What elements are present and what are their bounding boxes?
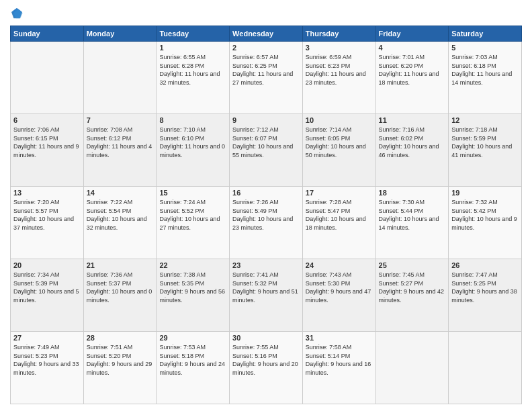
page: SundayMondayTuesdayWednesdayThursdayFrid… bbox=[0, 0, 532, 411]
calendar-week-row: 1 Sunrise: 6:55 AMSunset: 6:28 PMDayligh… bbox=[11, 42, 522, 114]
day-detail: Sunrise: 6:55 AMSunset: 6:28 PMDaylight:… bbox=[159, 54, 220, 86]
calendar-cell: 4 Sunrise: 7:01 AMSunset: 6:20 PMDayligh… bbox=[375, 42, 449, 114]
calendar-cell: 10 Sunrise: 7:14 AMSunset: 6:05 PMDaylig… bbox=[302, 114, 375, 187]
calendar-table: SundayMondayTuesdayWednesdayThursdayFrid… bbox=[10, 26, 522, 404]
calendar-cell bbox=[375, 332, 449, 404]
day-detail: Sunrise: 6:59 AMSunset: 6:23 PMDaylight:… bbox=[306, 54, 366, 86]
calendar-cell: 25 Sunrise: 7:45 AMSunset: 5:27 PMDaylig… bbox=[375, 259, 449, 332]
calendar-cell: 8 Sunrise: 7:10 AMSunset: 6:10 PMDayligh… bbox=[157, 114, 230, 187]
calendar-cell: 1 Sunrise: 6:55 AMSunset: 6:28 PMDayligh… bbox=[157, 42, 230, 114]
day-detail: Sunrise: 7:47 AMSunset: 5:25 PMDaylight:… bbox=[451, 271, 517, 304]
day-number: 21 bbox=[87, 261, 154, 269]
header bbox=[10, 7, 522, 20]
calendar-cell: 14 Sunrise: 7:22 AMSunset: 5:54 PMDaylig… bbox=[83, 187, 157, 259]
day-number: 3 bbox=[306, 44, 373, 52]
calendar-cell: 12 Sunrise: 7:18 AMSunset: 5:59 PMDaylig… bbox=[449, 114, 522, 187]
weekday-header: Thursday bbox=[302, 26, 375, 42]
day-detail: Sunrise: 7:12 AMSunset: 6:07 PMDaylight:… bbox=[232, 126, 293, 158]
day-detail: Sunrise: 7:38 AMSunset: 5:35 PMDaylight:… bbox=[159, 271, 225, 304]
calendar-cell bbox=[83, 42, 157, 114]
day-number: 4 bbox=[379, 44, 446, 52]
day-number: 11 bbox=[379, 116, 446, 124]
day-number: 15 bbox=[159, 189, 226, 197]
calendar-week-row: 20 Sunrise: 7:34 AMSunset: 5:39 PMDaylig… bbox=[11, 259, 522, 332]
day-number: 2 bbox=[232, 44, 300, 52]
weekday-header: Friday bbox=[375, 26, 449, 42]
day-detail: Sunrise: 7:34 AMSunset: 5:39 PMDaylight:… bbox=[13, 271, 79, 304]
weekday-header: Wednesday bbox=[230, 26, 303, 42]
day-detail: Sunrise: 7:06 AMSunset: 6:15 PMDaylight:… bbox=[13, 126, 79, 158]
day-number: 25 bbox=[379, 261, 446, 269]
day-detail: Sunrise: 7:16 AMSunset: 6:02 PMDaylight:… bbox=[379, 126, 439, 158]
day-number: 8 bbox=[159, 116, 226, 124]
calendar-cell: 30 Sunrise: 7:55 AMSunset: 5:16 PMDaylig… bbox=[230, 332, 303, 404]
weekday-header: Sunday bbox=[11, 26, 84, 42]
day-number: 30 bbox=[232, 334, 300, 342]
day-detail: Sunrise: 7:28 AMSunset: 5:47 PMDaylight:… bbox=[306, 199, 366, 231]
day-detail: Sunrise: 7:30 AMSunset: 5:44 PMDaylight:… bbox=[379, 199, 439, 231]
calendar-cell: 15 Sunrise: 7:24 AMSunset: 5:52 PMDaylig… bbox=[157, 187, 230, 259]
day-number: 16 bbox=[232, 189, 300, 197]
day-detail: Sunrise: 7:14 AMSunset: 6:05 PMDaylight:… bbox=[306, 126, 366, 158]
calendar-cell: 16 Sunrise: 7:26 AMSunset: 5:49 PMDaylig… bbox=[230, 187, 303, 259]
day-number: 27 bbox=[13, 334, 81, 342]
calendar-cell: 9 Sunrise: 7:12 AMSunset: 6:07 PMDayligh… bbox=[230, 114, 303, 187]
calendar-cell: 20 Sunrise: 7:34 AMSunset: 5:39 PMDaylig… bbox=[11, 259, 84, 332]
day-detail: Sunrise: 7:10 AMSunset: 6:10 PMDaylight:… bbox=[159, 126, 225, 158]
calendar-week-row: 6 Sunrise: 7:06 AMSunset: 6:15 PMDayligh… bbox=[11, 114, 522, 187]
day-detail: Sunrise: 7:41 AMSunset: 5:32 PMDaylight:… bbox=[232, 271, 298, 304]
calendar-cell: 29 Sunrise: 7:53 AMSunset: 5:18 PMDaylig… bbox=[157, 332, 230, 404]
calendar-cell bbox=[11, 42, 84, 114]
calendar-cell: 6 Sunrise: 7:06 AMSunset: 6:15 PMDayligh… bbox=[11, 114, 84, 187]
calendar-cell: 19 Sunrise: 7:32 AMSunset: 5:42 PMDaylig… bbox=[449, 187, 522, 259]
calendar-week-row: 27 Sunrise: 7:49 AMSunset: 5:23 PMDaylig… bbox=[11, 332, 522, 404]
day-detail: Sunrise: 7:53 AMSunset: 5:18 PMDaylight:… bbox=[159, 344, 225, 376]
day-detail: Sunrise: 7:32 AMSunset: 5:42 PMDaylight:… bbox=[451, 199, 517, 231]
day-number: 13 bbox=[13, 189, 81, 197]
calendar-cell: 17 Sunrise: 7:28 AMSunset: 5:47 PMDaylig… bbox=[302, 187, 375, 259]
calendar-cell: 13 Sunrise: 7:20 AMSunset: 5:57 PMDaylig… bbox=[11, 187, 84, 259]
day-detail: Sunrise: 7:45 AMSunset: 5:27 PMDaylight:… bbox=[379, 271, 445, 304]
day-detail: Sunrise: 7:55 AMSunset: 5:16 PMDaylight:… bbox=[232, 344, 298, 376]
calendar-cell: 31 Sunrise: 7:58 AMSunset: 5:14 PMDaylig… bbox=[302, 332, 375, 404]
day-detail: Sunrise: 7:01 AMSunset: 6:20 PMDaylight:… bbox=[379, 54, 439, 86]
day-number: 24 bbox=[306, 261, 373, 269]
calendar-cell: 21 Sunrise: 7:36 AMSunset: 5:37 PMDaylig… bbox=[83, 259, 157, 332]
day-number: 17 bbox=[306, 189, 373, 197]
day-number: 9 bbox=[232, 116, 300, 124]
day-number: 5 bbox=[451, 44, 519, 52]
day-number: 18 bbox=[379, 189, 446, 197]
calendar-cell: 28 Sunrise: 7:51 AMSunset: 5:20 PMDaylig… bbox=[83, 332, 157, 404]
day-detail: Sunrise: 7:08 AMSunset: 6:12 PMDaylight:… bbox=[87, 126, 152, 158]
calendar-cell: 22 Sunrise: 7:38 AMSunset: 5:35 PMDaylig… bbox=[157, 259, 230, 332]
day-detail: Sunrise: 7:22 AMSunset: 5:54 PMDaylight:… bbox=[87, 199, 147, 231]
day-number: 10 bbox=[306, 116, 373, 124]
calendar-cell: 23 Sunrise: 7:41 AMSunset: 5:32 PMDaylig… bbox=[230, 259, 303, 332]
day-detail: Sunrise: 7:36 AMSunset: 5:37 PMDaylight:… bbox=[87, 271, 152, 304]
calendar-cell: 2 Sunrise: 6:57 AMSunset: 6:25 PMDayligh… bbox=[230, 42, 303, 114]
day-number: 6 bbox=[13, 116, 81, 124]
weekday-header: Tuesday bbox=[157, 26, 230, 42]
calendar-week-row: 13 Sunrise: 7:20 AMSunset: 5:57 PMDaylig… bbox=[11, 187, 522, 259]
calendar-header-row: SundayMondayTuesdayWednesdayThursdayFrid… bbox=[11, 26, 522, 42]
day-number: 23 bbox=[232, 261, 300, 269]
day-detail: Sunrise: 7:20 AMSunset: 5:57 PMDaylight:… bbox=[13, 199, 74, 231]
calendar-cell: 5 Sunrise: 7:03 AMSunset: 6:18 PMDayligh… bbox=[449, 42, 522, 114]
logo-icon bbox=[10, 7, 24, 20]
day-number: 22 bbox=[159, 261, 226, 269]
calendar-cell: 18 Sunrise: 7:30 AMSunset: 5:44 PMDaylig… bbox=[375, 187, 449, 259]
day-detail: Sunrise: 7:24 AMSunset: 5:52 PMDaylight:… bbox=[159, 199, 220, 231]
day-number: 20 bbox=[13, 261, 81, 269]
day-detail: Sunrise: 7:58 AMSunset: 5:14 PMDaylight:… bbox=[306, 344, 371, 376]
calendar-cell: 27 Sunrise: 7:49 AMSunset: 5:23 PMDaylig… bbox=[11, 332, 84, 404]
day-detail: Sunrise: 7:49 AMSunset: 5:23 PMDaylight:… bbox=[13, 344, 79, 376]
day-detail: Sunrise: 7:03 AMSunset: 6:18 PMDaylight:… bbox=[451, 54, 512, 86]
day-number: 28 bbox=[87, 334, 154, 342]
calendar-cell: 3 Sunrise: 6:59 AMSunset: 6:23 PMDayligh… bbox=[302, 42, 375, 114]
day-number: 7 bbox=[87, 116, 154, 124]
day-detail: Sunrise: 6:57 AMSunset: 6:25 PMDaylight:… bbox=[232, 54, 293, 86]
day-number: 12 bbox=[451, 116, 519, 124]
day-number: 29 bbox=[159, 334, 226, 342]
calendar-cell: 26 Sunrise: 7:47 AMSunset: 5:25 PMDaylig… bbox=[449, 259, 522, 332]
day-detail: Sunrise: 7:51 AMSunset: 5:20 PMDaylight:… bbox=[87, 344, 152, 376]
